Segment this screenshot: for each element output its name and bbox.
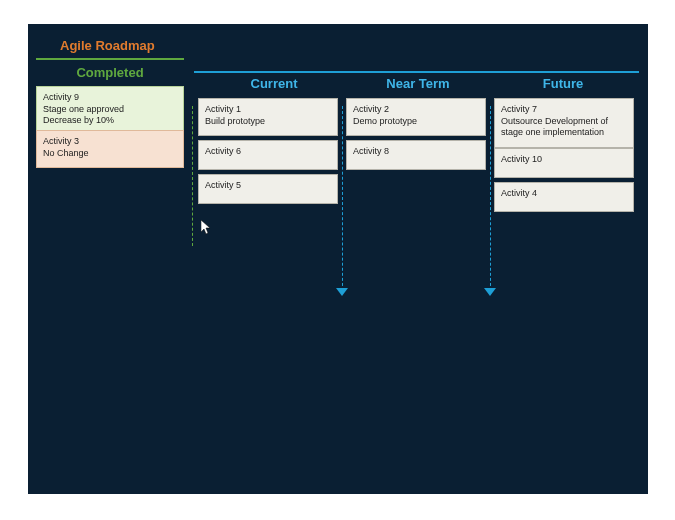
card-title: Activity 9 xyxy=(43,92,177,104)
divider-completed xyxy=(192,106,193,246)
card-title: Activity 1 xyxy=(205,104,331,116)
card-line: Build prototype xyxy=(205,116,331,128)
card-title: Activity 8 xyxy=(353,146,479,158)
card-current[interactable]: Activity 1 Build prototype xyxy=(198,98,338,136)
card-line: Stage one approved xyxy=(43,104,177,116)
card-completed[interactable]: Activity 9 Stage one approved Decrease b… xyxy=(36,86,184,136)
card-title: Activity 5 xyxy=(205,180,331,192)
card-nearterm[interactable]: Activity 2 Demo prototype xyxy=(346,98,486,136)
arrow-down-icon xyxy=(484,288,496,296)
cursor-icon xyxy=(201,220,213,236)
card-future[interactable]: Activity 10 xyxy=(494,148,634,178)
card-title: Activity 10 xyxy=(501,154,627,166)
completed-underline xyxy=(36,58,184,60)
roadmap-underline xyxy=(194,71,639,73)
roadmap-canvas: Agile Roadmap Completed Current Near Ter… xyxy=(28,24,648,494)
column-header-completed: Completed xyxy=(36,65,184,80)
card-line: Demo prototype xyxy=(353,116,479,128)
card-title: Activity 3 xyxy=(43,136,177,148)
card-completed[interactable]: Activity 3 No Change xyxy=(36,130,184,168)
card-line: Outsource Development of stage one imple… xyxy=(501,116,627,139)
card-line: Decrease by 10% xyxy=(43,115,177,127)
arrow-down-icon xyxy=(336,288,348,296)
card-future[interactable]: Activity 7 Outsource Development of stag… xyxy=(494,98,634,148)
card-title: Activity 7 xyxy=(501,104,627,116)
card-title: Activity 6 xyxy=(205,146,331,158)
column-header-current: Current xyxy=(214,76,334,91)
divider-nearterm xyxy=(490,106,491,291)
card-current[interactable]: Activity 5 xyxy=(198,174,338,204)
column-header-future: Future xyxy=(503,76,623,91)
page-title: Agile Roadmap xyxy=(60,38,155,53)
card-line: No Change xyxy=(43,148,177,160)
card-future[interactable]: Activity 4 xyxy=(494,182,634,212)
divider-current xyxy=(342,106,343,291)
column-header-nearterm: Near Term xyxy=(358,76,478,91)
card-nearterm[interactable]: Activity 8 xyxy=(346,140,486,170)
card-title: Activity 2 xyxy=(353,104,479,116)
card-current[interactable]: Activity 6 xyxy=(198,140,338,170)
card-title: Activity 4 xyxy=(501,188,627,200)
